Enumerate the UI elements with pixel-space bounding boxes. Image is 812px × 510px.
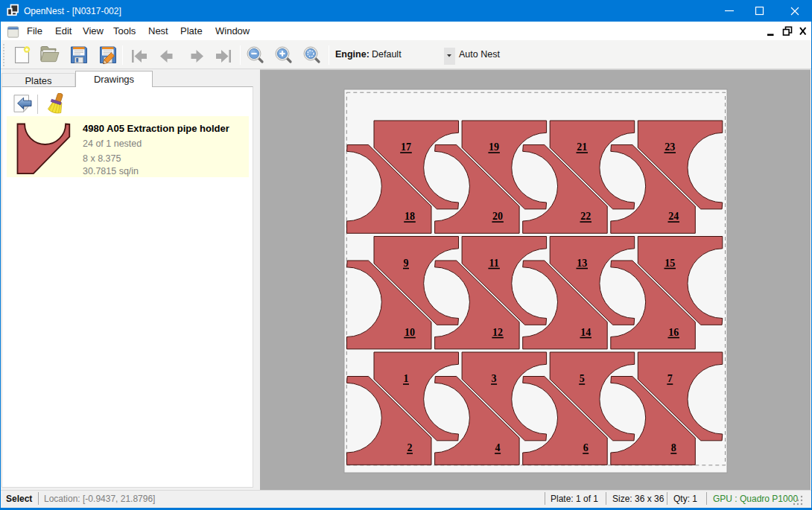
svg-text:2: 2: [407, 442, 413, 453]
svg-text:17: 17: [401, 141, 411, 153]
svg-text:14: 14: [580, 327, 591, 338]
svg-text:9: 9: [404, 258, 409, 269]
svg-text:15: 15: [664, 258, 675, 269]
svg-text:18: 18: [405, 211, 415, 222]
svg-text:11: 11: [489, 258, 498, 269]
svg-text:22: 22: [580, 211, 591, 222]
svg-text:3: 3: [492, 373, 497, 384]
svg-text:20: 20: [492, 211, 503, 222]
svg-text:16: 16: [668, 327, 679, 338]
svg-text:23: 23: [664, 141, 675, 153]
svg-text:24: 24: [668, 211, 679, 222]
svg-text:7: 7: [667, 373, 673, 384]
svg-text:6: 6: [583, 442, 589, 453]
svg-text:12: 12: [492, 327, 503, 338]
svg-text:8: 8: [671, 442, 676, 453]
svg-text:13: 13: [577, 258, 587, 269]
svg-text:10: 10: [405, 327, 415, 338]
svg-text:5: 5: [580, 373, 585, 384]
svg-text:1: 1: [404, 373, 409, 384]
svg-text:19: 19: [489, 141, 499, 153]
svg-text:4: 4: [495, 442, 501, 453]
svg-text:21: 21: [577, 141, 587, 153]
